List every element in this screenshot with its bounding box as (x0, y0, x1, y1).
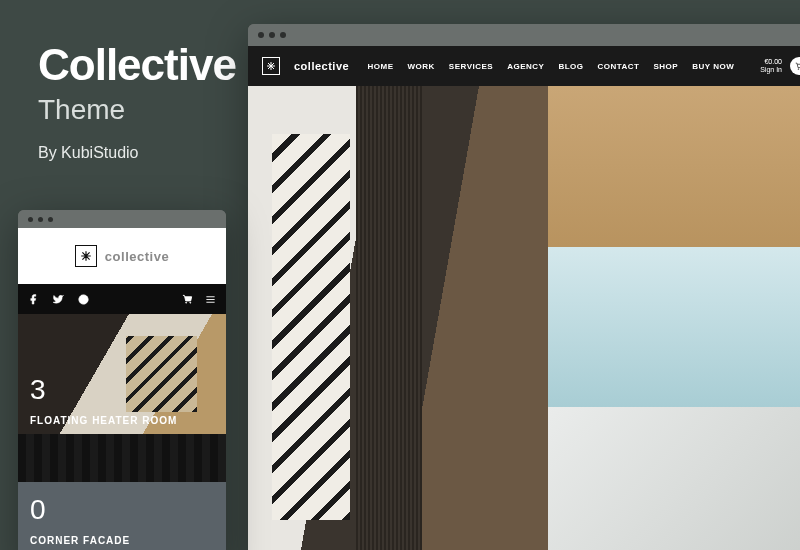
project-card[interactable]: 3 FLOATING HEATER ROOM (18, 314, 226, 434)
brand-name[interactable]: collective (105, 249, 169, 264)
facebook-icon[interactable] (28, 294, 39, 305)
signin-link[interactable]: Sign In (760, 66, 782, 74)
desktop-preview-window: collective HOME WORK SERVICES AGENCY BLO… (248, 24, 800, 550)
window-titlebar (18, 210, 226, 228)
mobile-preview-window: collective 3 FLOATING HEATER ROOM 0 CORN… (18, 210, 226, 550)
cart-icon[interactable] (182, 294, 193, 305)
dribbble-icon[interactable] (78, 294, 89, 305)
brand-name[interactable]: collective (294, 60, 349, 72)
mobile-project-list: 3 FLOATING HEATER ROOM 0 CORNER FACADE (18, 314, 226, 550)
window-dot (28, 217, 33, 222)
theme-byline: By KubiStudio (38, 144, 236, 162)
nav-item-contact[interactable]: CONTACT (597, 62, 639, 71)
primary-nav: HOME WORK SERVICES AGENCY BLOG CONTACT S… (368, 62, 735, 71)
nav-item-services[interactable]: SERVICES (449, 62, 493, 71)
theme-subtitle: Theme (38, 94, 236, 126)
project-caption: CORNER FACADE (30, 535, 130, 546)
hero-side-column (548, 86, 800, 550)
twitter-icon[interactable] (53, 294, 64, 305)
mobile-toolbar (18, 284, 226, 314)
nav-item-shop[interactable]: SHOP (654, 62, 679, 71)
site-navbar: collective HOME WORK SERVICES AGENCY BLO… (248, 46, 800, 86)
window-dot (280, 32, 286, 38)
project-caption: FLOATING HEATER ROOM (30, 415, 177, 426)
brand-logo-icon[interactable] (262, 57, 280, 75)
hero-gallery (248, 86, 800, 550)
nav-item-work[interactable]: WORK (408, 62, 435, 71)
cart-price: €0.00 (760, 58, 782, 66)
nav-item-buynow[interactable]: BUY NOW (692, 62, 734, 71)
window-dot (48, 217, 53, 222)
nav-item-agency[interactable]: AGENCY (507, 62, 544, 71)
cart-button[interactable]: 0 (790, 57, 800, 75)
window-dot (38, 217, 43, 222)
window-dot (269, 32, 275, 38)
hero-thumb[interactable] (548, 86, 800, 247)
mobile-header: collective (18, 228, 226, 284)
cart-summary[interactable]: €0.00 Sign In (760, 58, 782, 75)
brand-logo-icon[interactable] (75, 245, 97, 267)
page-header: Collective Theme By KubiStudio (38, 40, 236, 162)
hero-thumb[interactable] (548, 407, 800, 550)
window-titlebar (248, 24, 800, 46)
hero-thumb[interactable] (548, 247, 800, 408)
window-dot (258, 32, 264, 38)
nav-item-home[interactable]: HOME (368, 62, 394, 71)
theme-title: Collective (38, 40, 236, 90)
project-number: 3 (30, 374, 46, 406)
hamburger-menu-icon[interactable] (205, 294, 216, 305)
hero-main-image[interactable] (248, 86, 548, 550)
nav-item-blog[interactable]: BLOG (558, 62, 583, 71)
project-card[interactable]: 0 CORNER FACADE (18, 434, 226, 550)
project-number: 0 (30, 494, 46, 526)
